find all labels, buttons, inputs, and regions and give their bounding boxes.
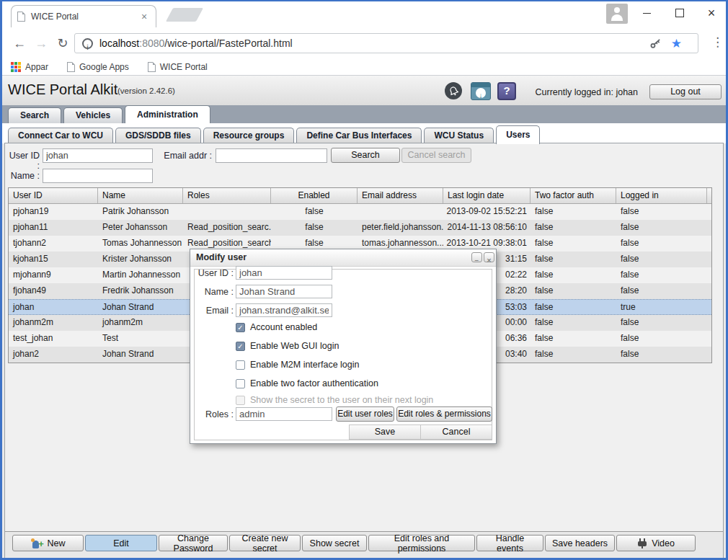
toolbar-button-edit[interactable]: Edit [85,535,157,551]
back-icon[interactable] [11,35,28,52]
name-label: Name : [5,171,40,181]
toolbar-button-save-headers[interactable]: Save headers [545,535,615,551]
dialog-email-input[interactable] [236,303,332,317]
table-cell: false [531,331,616,347]
help-icon[interactable] [497,82,516,100]
column-header[interactable]: Email address [358,188,443,203]
forward-icon[interactable] [32,35,50,52]
search-button[interactable]: Search [331,148,400,163]
edit-user-roles-button[interactable]: Edit user roles [336,406,394,422]
minimize-icon[interactable] [631,1,662,25]
tab-administration[interactable]: Administration [125,105,210,123]
logout-button[interactable]: Log out [649,84,722,99]
column-header[interactable]: User ID [9,188,98,203]
table-cell: Krister Johansson [98,252,183,267]
table-cell: Johan Strand [98,300,183,314]
admin-sub-tabstrip: Connect Car to WCUGDS/SDDB filesResource… [2,123,726,143]
dialog-close-icon[interactable] [484,252,494,262]
email-addr-input[interactable] [216,148,327,163]
toolbar-button-new[interactable]: +New [12,535,84,551]
bookmark-item[interactable]: Google Apps [67,62,129,72]
checkbox-row[interactable]: Account enabled [236,322,317,332]
address-bar[interactable]: localhost:8080/wice-portal/FastePortal.h… [74,33,698,53]
table-cell: false [531,300,616,314]
table-cell: false [616,267,707,283]
column-header[interactable]: Logged in [616,188,707,203]
profile-icon[interactable] [606,4,628,24]
column-header[interactable]: Name [98,188,183,203]
toolbar-button-create-new-secret[interactable]: Create new secret [229,535,301,551]
email-addr-label: Email addr : [160,151,212,161]
table-cell: false [531,315,616,331]
table-cell: false [616,283,707,299]
dialog-name-input[interactable] [236,285,332,298]
table-cell: kjohan15 [9,252,98,267]
toolbar-button-label: Change Password [164,533,223,554]
table-cell: fjohan49 [9,283,98,299]
save-button[interactable]: Save [349,425,421,440]
subtab-wcu-status[interactable]: WCU Status [424,128,494,143]
column-header[interactable]: Enabled [271,188,358,203]
subtab-users[interactable]: Users [496,125,540,144]
browser-tab[interactable]: WICE Portal [11,5,156,27]
table-cell [358,204,443,220]
bookmark-item[interactable]: Appar [11,62,48,72]
column-header[interactable]: Last login date [443,188,531,203]
checkbox-row[interactable]: Show the secret to the user on their nex… [236,395,433,405]
menu-dots-icon[interactable] [711,35,724,50]
cancel-search-button[interactable]: Cancel search [401,148,471,163]
checkbox-row[interactable]: Enable M2M interface login [236,360,359,370]
dialog-name-label: Name : [193,287,234,297]
bookmark-label: WICE Portal [160,62,208,72]
dialog-minimize-icon[interactable] [471,252,482,262]
url-host: localhost [99,37,139,49]
table-cell: false [616,220,707,236]
table-row[interactable]: pjohan19Patrik Johanssonfalse2013-09-02 … [9,204,711,220]
download-inbox-icon[interactable] [471,82,491,100]
subtab-gds-sddb-files[interactable]: GDS/SDDB files [115,128,201,143]
alarm-bell-icon[interactable] [445,82,462,99]
tab-vehicles[interactable]: Vehicles [63,107,123,123]
checkbox[interactable] [236,360,245,370]
toolbar-button-video[interactable]: Video [616,535,696,551]
maximize-icon[interactable] [664,1,696,25]
user-id-input[interactable] [43,148,153,163]
toolbar-button-edit-roles-and-permissions[interactable]: Edit roles and permissions [368,535,475,551]
column-header[interactable]: Two factor auth [531,188,616,203]
close-icon[interactable] [696,1,727,25]
checkbox[interactable] [236,323,245,332]
checkbox-row[interactable]: Enable two factor authentication [236,378,378,388]
toolbar-button-change-password[interactable]: Change Password [159,535,228,551]
tab-search[interactable]: Search [8,107,61,123]
table-cell: 2014-11-13 08:56:10 [443,220,531,236]
table-cell: peter.field.johansson... [358,220,443,236]
bookmark-label: Appar [25,62,48,72]
table-header: User IDNameRolesEnabledEmail addressLast… [9,188,711,204]
subtab-resource-groups[interactable]: Resource groups [203,128,295,143]
reload-icon[interactable] [54,35,71,52]
tab-close-icon[interactable] [138,11,150,22]
checkbox-label: Enable two factor authentication [250,378,378,388]
column-header[interactable]: Roles [183,188,271,203]
table-row[interactable]: pjohan11Peter JohanssonRead_position_sea… [9,220,711,236]
table-cell: false [531,347,616,363]
name-input[interactable] [43,169,153,183]
bookmark-star-icon[interactable] [671,36,682,51]
dialog-user-id-input[interactable] [236,266,332,280]
new-tab-button[interactable] [166,8,203,22]
subtab-connect-car-to-wcu[interactable]: Connect Car to WCU [8,128,113,143]
checkbox[interactable] [236,379,245,388]
dialog-roles-input[interactable] [236,407,332,421]
checkbox[interactable] [236,342,245,351]
plug-icon [637,538,647,548]
bookmark-item[interactable]: WICE Portal [148,62,208,72]
toolbar-button-show-secret[interactable]: Show secret [302,535,367,551]
subtab-define-car-bus-interfaces[interactable]: Define Car Bus Interfaces [296,128,422,143]
toolbar-button-handle-events[interactable]: Handle events [476,535,543,551]
bookmark-label: Google Apps [79,62,129,72]
cancel-button[interactable]: Cancel [420,425,492,440]
info-icon[interactable] [82,38,93,49]
checkbox-row[interactable]: Enable Web GUI login [236,341,339,351]
key-icon[interactable] [649,37,662,50]
edit-roles-permissions-button[interactable]: Edit roles & permissions [396,406,492,422]
